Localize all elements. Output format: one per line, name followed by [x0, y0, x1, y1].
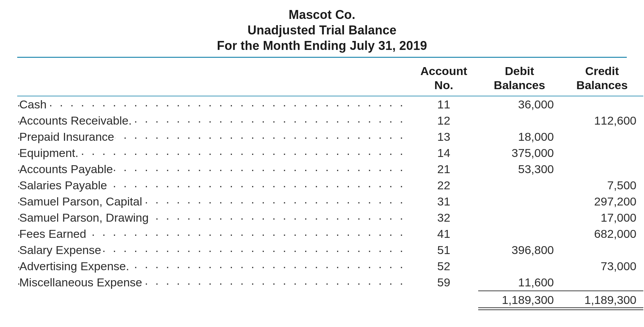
debit-balance: 375,000: [478, 145, 561, 161]
debit-balance: 11,600: [478, 274, 561, 291]
trial-balance-table: Account No. Debit Balances Credit Balanc…: [17, 61, 643, 308]
account-name: Accounts Payable: [19, 162, 114, 176]
debit-balance: [478, 210, 561, 226]
totals-name-cell: [17, 291, 409, 308]
debit-balance: 36,000: [478, 96, 561, 113]
debit-balance: [478, 113, 561, 129]
debit-balance: 18,000: [478, 129, 561, 145]
company-name: Mascot Co.: [17, 7, 627, 22]
totals-acct-cell: [409, 291, 478, 308]
report-title: Unadjusted Trial Balance: [17, 22, 627, 38]
account-name: Prepaid Insurance: [19, 130, 115, 143]
total-debit: 1,189,300: [478, 291, 561, 308]
account-name-cell: . . . . . . . . . . . . . . . . . . . . …: [17, 258, 409, 274]
table-row: . . . . . . . . . . . . . . . . . . . . …: [17, 177, 643, 193]
account-name-cell: . . . . . . . . . . . . . . . . . . . . …: [17, 210, 409, 226]
account-name: Fees Earned: [19, 227, 87, 240]
debit-balance: 53,300: [478, 161, 561, 177]
report-period: For the Month Ending July 31, 2019: [17, 38, 627, 53]
report-header: Mascot Co. Unadjusted Trial Balance For …: [17, 7, 627, 57]
account-number: 59: [409, 274, 478, 291]
col-credit-header: Credit Balances: [561, 61, 643, 96]
table-row: . . . . . . . . . . . . . . . . . . . . …: [17, 274, 643, 291]
account-number: 11: [409, 96, 478, 113]
credit-balance: 17,000: [561, 210, 643, 226]
col-debit-header-line2: Balances: [494, 78, 545, 92]
account-number: 51: [409, 242, 478, 258]
account-name-cell: . . . . . . . . . . . . . . . . . . . . …: [17, 113, 409, 129]
account-name-cell: . . . . . . . . . . . . . . . . . . . . …: [17, 242, 409, 258]
col-credit-header-line2: Balances: [576, 78, 627, 92]
account-name-cell: . . . . . . . . . . . . . . . . . . . . …: [17, 161, 409, 177]
trial-balance-page: Mascot Co. Unadjusted Trial Balance For …: [0, 0, 644, 327]
header-rule: [17, 57, 627, 58]
account-number: 41: [409, 226, 478, 242]
col-credit-header-line1: Credit: [585, 64, 619, 77]
account-number: 12: [409, 113, 478, 129]
account-name-cell: . . . . . . . . . . . . . . . . . . . . …: [17, 274, 409, 291]
table-row: . . . . . . . . . . . . . . . . . . . . …: [17, 193, 643, 210]
account-name: Salary Expense: [19, 243, 102, 256]
col-acct-header-line2: No.: [434, 78, 453, 92]
account-number: 32: [409, 210, 478, 226]
table-row: . . . . . . . . . . . . . . . . . . . . …: [17, 113, 643, 129]
account-name: Advertising Expense.: [19, 260, 130, 273]
account-name-cell: . . . . . . . . . . . . . . . . . . . . …: [17, 129, 409, 145]
account-name-cell: . . . . . . . . . . . . . . . . . . . . …: [17, 145, 409, 161]
credit-balance: 7,500: [561, 177, 643, 193]
credit-balance: [561, 242, 643, 258]
account-name: Miscellaneous Expense: [19, 276, 143, 289]
debit-balance: 396,800: [478, 242, 561, 258]
table-row: . . . . . . . . . . . . . . . . . . . . …: [17, 145, 643, 161]
account-number: 31: [409, 193, 478, 210]
totals-row: 1,189,3001,189,300: [17, 291, 643, 308]
debit-balance: [478, 193, 561, 210]
account-number: 14: [409, 145, 478, 161]
account-name-cell: . . . . . . . . . . . . . . . . . . . . …: [17, 226, 409, 242]
account-name-cell: . . . . . . . . . . . . . . . . . . . . …: [17, 193, 409, 210]
account-number: 13: [409, 129, 478, 145]
table-row: . . . . . . . . . . . . . . . . . . . . …: [17, 161, 643, 177]
account-number: 21: [409, 161, 478, 177]
account-name: Samuel Parson, Capital: [19, 195, 143, 208]
credit-balance: [561, 161, 643, 177]
credit-balance: 682,000: [561, 226, 643, 242]
account-name: Equipment.: [19, 146, 79, 159]
col-debit-header-line1: Debit: [505, 64, 534, 77]
credit-balance: [561, 129, 643, 145]
table-row: . . . . . . . . . . . . . . . . . . . . …: [17, 226, 643, 242]
account-name: Accounts Receivable.: [19, 114, 132, 127]
table-row: . . . . . . . . . . . . . . . . . . . . …: [17, 129, 643, 145]
table-row: . . . . . . . . . . . . . . . . . . . . …: [17, 258, 643, 274]
debit-balance: [478, 177, 561, 193]
credit-balance: 73,000: [561, 258, 643, 274]
credit-balance: [561, 145, 643, 161]
account-name: Samuel Parson, Drawing: [19, 211, 149, 224]
account-name: Cash: [19, 98, 47, 111]
account-name-cell: . . . . . . . . . . . . . . . . . . . . …: [17, 96, 409, 113]
total-credit: 1,189,300: [561, 291, 643, 308]
debit-balance: [478, 258, 561, 274]
debit-balance: [478, 226, 561, 242]
credit-balance: 297,200: [561, 193, 643, 210]
col-name-header: [17, 61, 409, 96]
column-header-row: Account No. Debit Balances Credit Balanc…: [17, 61, 643, 96]
credit-balance: 112,600: [561, 113, 643, 129]
credit-balance: [561, 274, 643, 291]
col-debit-header: Debit Balances: [478, 61, 561, 96]
leader-dots: . . . . . . . . . . . . . . . . . . . . …: [17, 96, 409, 109]
account-name-cell: . . . . . . . . . . . . . . . . . . . . …: [17, 177, 409, 193]
table-row: . . . . . . . . . . . . . . . . . . . . …: [17, 210, 643, 226]
account-number: 22: [409, 177, 478, 193]
account-number: 52: [409, 258, 478, 274]
col-acct-header: Account No.: [409, 61, 478, 96]
account-name: Salaries Payable: [19, 179, 108, 192]
credit-balance: [561, 96, 643, 113]
col-acct-header-line1: Account: [420, 64, 467, 77]
table-row: . . . . . . . . . . . . . . . . . . . . …: [17, 96, 643, 113]
table-row: . . . . . . . . . . . . . . . . . . . . …: [17, 242, 643, 258]
